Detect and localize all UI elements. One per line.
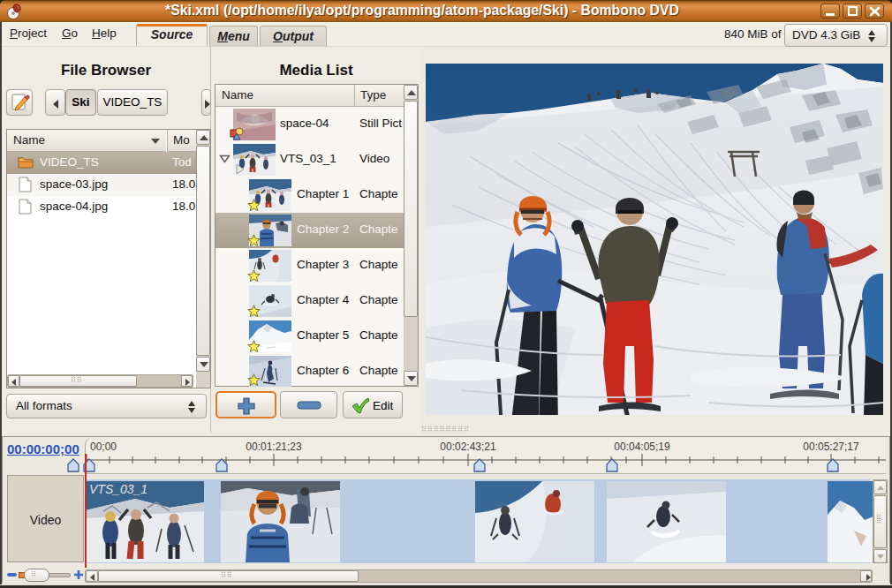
svg-text:00:01:21;23: 00:01:21;23 [246,441,302,453]
svg-text:00;00: 00;00 [90,441,117,453]
svg-text:VTS_03_1: VTS_03_1 [89,482,147,496]
svg-text:00:02:43;21: 00:02:43;21 [440,441,496,453]
svg-text:00:04:05;19: 00:04:05;19 [614,441,670,453]
svg-text:00:05:27;17: 00:05:27;17 [803,441,859,453]
